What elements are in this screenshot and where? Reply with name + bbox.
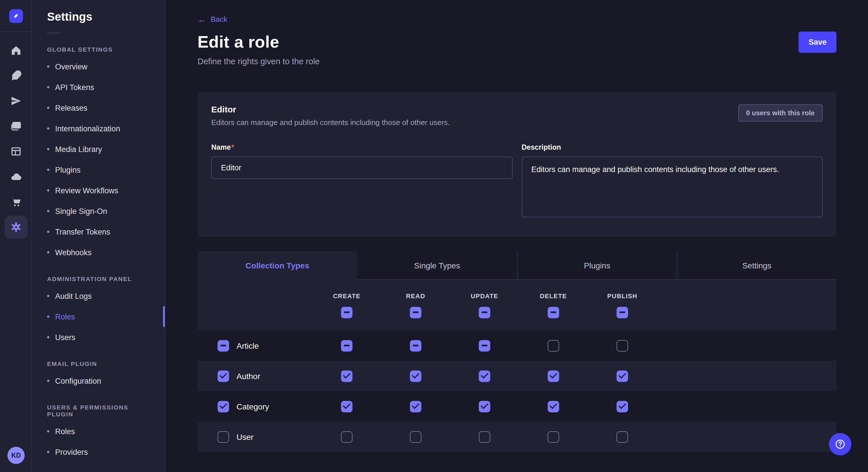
cart-icon[interactable] [4, 191, 27, 213]
nav-item-releases[interactable]: Releases [33, 98, 165, 118]
nav-item-configuration[interactable]: Configuration [33, 370, 165, 391]
nav-section-global-settings: GLOBAL SETTINGS Overview API Tokens Rele… [33, 46, 165, 263]
cb-article-publish[interactable] [617, 340, 628, 351]
cb-article-create[interactable] [341, 340, 352, 351]
column-header-delete: DELETE [540, 292, 567, 299]
bullet-icon [47, 107, 50, 109]
back-label: Back [211, 15, 227, 24]
cb-all-publish[interactable] [617, 307, 628, 318]
back-link[interactable]: ← Back [197, 15, 227, 24]
column-header-read: READ [406, 292, 425, 299]
row-label: Author [237, 371, 260, 380]
cb-user-read[interactable] [410, 431, 422, 442]
bullet-icon [47, 148, 50, 150]
nav-item-users[interactable]: Users [33, 327, 165, 347]
icon-rail: KD [0, 0, 32, 472]
bullet-icon [47, 231, 50, 233]
app-root: KD Settings GLOBAL SETTINGS Overview API… [0, 0, 868, 472]
tab-single-types[interactable]: Single Types [358, 251, 517, 280]
cb-category-update[interactable] [479, 401, 490, 412]
nav-item-media-library[interactable]: Media Library [33, 139, 165, 160]
row-label: Article [237, 341, 259, 350]
cb-author-row[interactable] [218, 370, 229, 382]
nav-item-api-tokens[interactable]: API Tokens [33, 77, 165, 98]
nav-item-label: Roles [55, 427, 75, 436]
media-library-icon[interactable] [4, 115, 27, 138]
cb-user-update[interactable] [479, 431, 490, 442]
tab-settings[interactable]: Settings [677, 251, 837, 280]
users-with-role-badge: 0 users with this role [738, 104, 823, 122]
cb-article-delete[interactable] [548, 340, 559, 351]
bullet-icon [47, 189, 50, 192]
cb-article-update[interactable] [479, 340, 490, 351]
nav-item-overview[interactable]: Overview [33, 56, 165, 77]
cb-all-delete[interactable] [548, 307, 559, 318]
cb-all-update[interactable] [479, 307, 490, 318]
required-asterisk: * [231, 143, 234, 151]
cb-user-publish[interactable] [617, 431, 628, 442]
avatar[interactable]: KD [7, 447, 25, 464]
nav-item-transfer-tokens[interactable]: Transfer Tokens [33, 222, 165, 242]
nav-item-review-workflows[interactable]: Review Workflows [33, 180, 165, 201]
settings-gear-icon[interactable] [4, 216, 27, 239]
nav-item-providers[interactable]: Providers [33, 442, 165, 462]
cb-category-create[interactable] [341, 401, 352, 412]
description-field-label: Description [522, 143, 561, 151]
nav-item-label: Providers [55, 448, 88, 456]
nav-item-label: Overview [55, 62, 88, 71]
cb-user-row[interactable] [218, 431, 229, 442]
permissions-tabs: Collection Types Single Types Plugins Se… [197, 251, 836, 280]
bullet-icon [47, 430, 50, 432]
layouts-icon[interactable] [4, 140, 27, 163]
send-icon[interactable] [4, 90, 27, 112]
cb-all-create[interactable] [341, 307, 352, 318]
nav-item-label: Webhooks [55, 248, 92, 257]
save-button[interactable]: Save [799, 32, 836, 53]
cb-category-row[interactable] [218, 401, 229, 412]
cb-author-update[interactable] [479, 370, 490, 382]
strapi-logo-icon[interactable] [9, 9, 23, 23]
nav-item-single-sign-on[interactable]: Single Sign-On [33, 201, 165, 222]
cb-author-create[interactable] [341, 370, 352, 382]
nav-item-label: Media Library [55, 145, 102, 154]
bullet-icon [47, 210, 50, 212]
cb-category-delete[interactable] [548, 401, 559, 412]
page-title: Edit a role [197, 33, 279, 52]
nav-item-roles-up[interactable]: Roles [33, 421, 165, 442]
logo-wrap [0, 0, 32, 32]
description-field[interactable]: Editors can manage and publish contents … [522, 157, 823, 217]
bullet-icon [47, 336, 50, 338]
section-label: ADMINISTRATION PANEL [33, 275, 165, 282]
question-mark-icon [834, 438, 846, 450]
nav-item-webhooks[interactable]: Webhooks [33, 242, 165, 263]
tab-collection-types[interactable]: Collection Types [197, 251, 358, 280]
nav-item-audit-logs[interactable]: Audit Logs [33, 285, 165, 306]
bullet-icon [47, 127, 50, 130]
cb-author-publish[interactable] [617, 370, 628, 382]
cb-category-publish[interactable] [617, 401, 628, 412]
home-icon[interactable] [4, 39, 27, 62]
cb-user-create[interactable] [341, 431, 352, 442]
row-label: Category [237, 402, 269, 411]
nav-divider [47, 33, 61, 33]
feather-icon[interactable] [4, 64, 27, 87]
cb-all-read[interactable] [410, 307, 422, 318]
cloud-icon[interactable] [4, 165, 27, 188]
nav-section-users-permissions-plugin: USERS & PERMISSIONS PLUGIN Roles Provide… [33, 404, 165, 462]
cb-category-read[interactable] [410, 401, 422, 412]
cb-author-delete[interactable] [548, 370, 559, 382]
cb-article-row[interactable] [218, 340, 229, 351]
cb-author-read[interactable] [410, 370, 422, 382]
nav-item-plugins[interactable]: Plugins [33, 160, 165, 180]
cb-article-read[interactable] [410, 340, 422, 351]
help-button[interactable] [829, 433, 851, 456]
nav-item-internationalization[interactable]: Internationalization [33, 118, 165, 139]
cb-user-delete[interactable] [548, 431, 559, 442]
bullet-icon [47, 169, 50, 171]
bullet-icon [47, 380, 50, 382]
tab-plugins[interactable]: Plugins [517, 251, 677, 280]
nav-item-label: Audit Logs [55, 292, 92, 300]
name-field[interactable] [211, 157, 513, 179]
nav-item-roles-admin[interactable]: Roles [33, 306, 165, 327]
nav-item-label: Plugins [55, 165, 81, 174]
